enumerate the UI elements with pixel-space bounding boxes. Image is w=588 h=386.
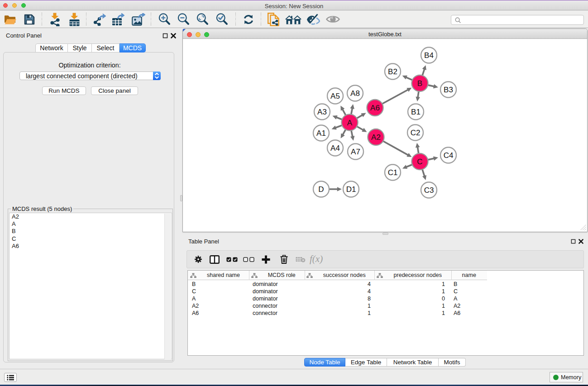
svg-text:A6: A6 [370,104,380,112]
svg-text:C3: C3 [424,186,434,195]
svg-text:B4: B4 [424,51,434,60]
svg-text:B3: B3 [444,86,453,94]
svg-text:A3: A3 [317,108,327,116]
svg-text:D: D [318,185,324,194]
svg-text:C4: C4 [444,151,454,160]
svg-text:C2: C2 [411,129,421,137]
svg-text:B2: B2 [388,67,397,76]
svg-text:A4: A4 [330,144,340,152]
svg-text:C1: C1 [388,168,398,177]
svg-text:D1: D1 [346,185,356,194]
svg-text:A1: A1 [316,129,326,138]
svg-text:A2: A2 [371,133,381,142]
svg-text:B1: B1 [411,108,421,116]
svg-text:A7: A7 [351,148,360,156]
svg-text:A5: A5 [330,92,340,100]
svg-text:A: A [347,119,353,127]
svg-text:C: C [417,157,422,166]
svg-text:B: B [417,79,422,88]
svg-text:A8: A8 [350,89,360,98]
